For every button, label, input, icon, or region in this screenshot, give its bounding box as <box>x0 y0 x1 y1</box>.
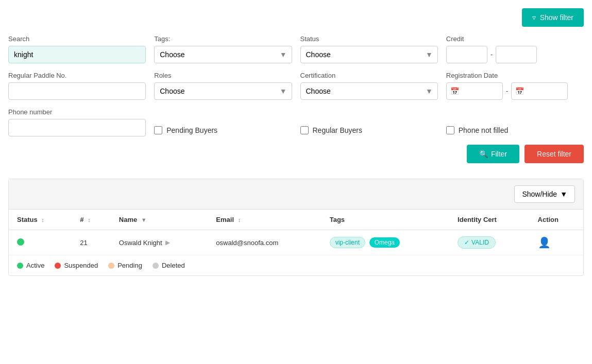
reset-filter-label: Reset filter <box>537 150 571 158</box>
paddle-input[interactable] <box>8 82 146 100</box>
legend-suspended-dot <box>55 263 61 269</box>
status-sort-icon: ↕ <box>41 217 44 223</box>
search-icon: 🔍 <box>479 150 488 158</box>
pending-buyers-group: Pending Buyers <box>154 126 292 136</box>
row-number-cell: 21 <box>72 230 110 255</box>
filter-button-label: Filter <box>491 150 507 158</box>
table-row: 21 Oswald Knight ▶ oswald@snoofa.com vip… <box>9 230 583 255</box>
status-group: Status Choose ▼ <box>300 35 438 63</box>
certification-select-wrapper: Choose ▼ <box>300 82 438 100</box>
certification-select[interactable]: Choose <box>300 82 438 100</box>
cert-check-icon: ✓ <box>464 239 469 246</box>
legend-pending-dot <box>108 263 114 269</box>
legend-deleted: Deleted <box>153 262 185 269</box>
regular-buyers-group: Regular Buyers <box>300 126 438 136</box>
filter-section: Search Tags: Choose ▼ Status Choose <box>8 35 584 163</box>
phone-group: Phone number <box>8 108 146 136</box>
credit-dash: - <box>490 50 493 59</box>
roles-select-wrapper: Choose ▼ <box>154 82 292 100</box>
paddle-group: Regular Paddle No. <box>8 72 146 100</box>
tags-select-wrapper: Choose ▼ <box>154 46 292 63</box>
credit-min-input[interactable] <box>446 46 487 63</box>
phone-label: Phone number <box>8 108 146 116</box>
certification-label: Certification <box>300 72 438 79</box>
reg-date-from-input[interactable] <box>446 82 503 100</box>
page: ▿ Show filter Search Tags: Choose ▼ <box>0 0 592 284</box>
col-status[interactable]: Status ↕ <box>9 210 72 230</box>
table-header-row: Status ↕ # ↕ Name ▼ Email ↕ <box>9 210 583 230</box>
row-status-cell <box>9 230 72 255</box>
status-dot-active <box>17 238 24 246</box>
table-section: Show/Hide ▼ Status ↕ # ↕ Name ▼ <box>8 179 584 276</box>
show-filter-label: Show filter <box>540 13 573 22</box>
tag-omega: Omega <box>369 237 400 248</box>
row-email-cell: oswald@snoofa.com <box>208 230 321 255</box>
tags-select[interactable]: Choose <box>154 46 292 63</box>
paddle-label: Regular Paddle No. <box>8 72 146 79</box>
show-hide-button[interactable]: Show/Hide ▼ <box>514 185 575 203</box>
tags-group: Tags: Choose ▼ <box>154 35 292 63</box>
credit-label: Credit <box>446 35 584 43</box>
regular-buyers-label: Regular Buyers <box>313 126 363 134</box>
col-email[interactable]: Email ↕ <box>208 210 321 230</box>
filter-row-1: Search Tags: Choose ▼ Status Choose <box>8 35 584 63</box>
legend-active-label: Active <box>26 262 44 269</box>
reg-date-dash: - <box>506 87 509 95</box>
legend-suspended-label: Suspended <box>64 262 98 269</box>
roles-select[interactable]: Choose <box>154 82 292 100</box>
action-buttons: 🔍 Filter Reset filter <box>8 145 584 163</box>
legend-suspended: Suspended <box>55 262 98 269</box>
col-tags: Tags <box>322 210 449 230</box>
legend-active-dot <box>17 263 23 269</box>
phone-not-filled-checkbox[interactable] <box>446 126 454 134</box>
name-arrow-icon: ▶ <box>165 239 170 246</box>
row-name: Oswald Knight <box>119 239 162 247</box>
status-label: Status <box>300 35 438 43</box>
show-hide-arrow-icon: ▼ <box>560 190 567 198</box>
filter-button[interactable]: 🔍 Filter <box>467 145 519 163</box>
reg-date-label: Registration Date <box>446 72 584 79</box>
search-input[interactable] <box>8 46 146 63</box>
phone-not-filled-label: Phone not filled <box>459 126 509 134</box>
legend-deleted-dot <box>153 263 159 269</box>
action-icon[interactable]: 👤 <box>538 237 551 248</box>
reg-date-to-input[interactable] <box>511 82 568 100</box>
credit-group: Credit - <box>446 35 584 63</box>
legend-pending: Pending <box>108 262 142 269</box>
row-number: 21 <box>80 239 87 247</box>
row-name-cell: Oswald Knight ▶ <box>111 230 208 255</box>
certification-group: Certification Choose ▼ <box>300 72 438 100</box>
row-action-cell[interactable]: 👤 <box>530 230 583 255</box>
roles-group: Roles Choose ▼ <box>154 72 292 100</box>
tag-vip-client: vip-client <box>330 237 365 248</box>
show-filter-button[interactable]: ▿ Show filter <box>522 8 584 27</box>
col-identity-cert: Identity Cert <box>449 210 529 230</box>
pending-buyers-checkbox[interactable] <box>154 126 162 134</box>
status-select-wrapper: Choose ▼ <box>300 46 438 63</box>
reg-date-to-wrapper: 📅 <box>511 82 568 100</box>
show-hide-label: Show/Hide <box>522 190 557 198</box>
reset-filter-button[interactable]: Reset filter <box>525 145 584 163</box>
table-toolbar: Show/Hide ▼ <box>9 179 583 210</box>
status-select[interactable]: Choose <box>300 46 438 63</box>
filter-row-2: Regular Paddle No. Roles Choose ▼ Certif… <box>8 72 584 100</box>
data-table: Status ↕ # ↕ Name ▼ Email ↕ <box>9 210 583 255</box>
col-name[interactable]: Name ▼ <box>111 210 208 230</box>
cert-badge: ✓ VALID <box>458 236 496 249</box>
pending-buyers-label: Pending Buyers <box>166 126 217 134</box>
reg-date-from-wrapper: 📅 <box>446 82 503 100</box>
roles-label: Roles <box>154 72 292 79</box>
col-number[interactable]: # ↕ <box>72 210 110 230</box>
legend-deleted-label: Deleted <box>162 262 185 269</box>
credit-inputs: - <box>446 46 584 63</box>
credit-max-input[interactable] <box>496 46 537 63</box>
reg-date-group: Registration Date 📅 - 📅 <box>446 72 584 100</box>
tags-label: Tags: <box>154 35 292 43</box>
row-email: oswald@snoofa.com <box>216 239 278 247</box>
name-sort-icon: ▼ <box>141 217 147 223</box>
cert-label: VALID <box>471 239 489 246</box>
col-action: Action <box>530 210 583 230</box>
phone-input[interactable] <box>8 119 146 136</box>
regular-buyers-checkbox[interactable] <box>300 126 309 134</box>
phone-not-filled-group: Phone not filled <box>446 126 584 136</box>
